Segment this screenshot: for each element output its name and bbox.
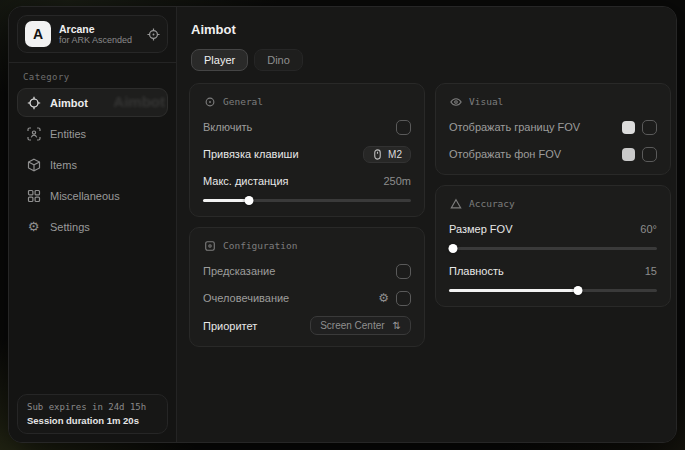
sidebar: A Arcane for ARK Ascended Category — [9, 7, 177, 442]
brand-subtitle: for ARK Ascended — [59, 35, 139, 45]
tab-dino[interactable]: Dino — [254, 49, 303, 71]
keybind-row: Привязка клавиши M2 — [203, 145, 411, 163]
distance-value: 250m — [383, 175, 411, 187]
humanize-label: Очеловечивание — [203, 292, 289, 304]
grid-icon — [26, 188, 41, 203]
target-icon[interactable] — [147, 28, 160, 41]
fov-size-row: Размер FOV 60° — [449, 220, 657, 238]
keybind-label: Привязка клавиши — [203, 148, 299, 160]
mouse-icon — [372, 149, 383, 160]
accuracy-triangle-icon — [449, 197, 462, 210]
section-title-general: General — [223, 96, 263, 107]
smoothness-row: Плавность 15 — [449, 262, 657, 280]
package-icon — [26, 157, 41, 172]
main-panel: Aimbot Player Dino General — [177, 7, 677, 442]
humanize-settings-gear-icon[interactable]: ⚙ — [378, 292, 389, 304]
cheat-menu-window: A Arcane for ARK Ascended Category — [8, 6, 677, 443]
distance-label: Макс. дистанция — [203, 175, 289, 187]
fov-border-checkbox[interactable] — [642, 120, 657, 135]
sidebar-item-label: Settings — [50, 221, 90, 233]
aimbot-watermark: Aimbot — [113, 93, 165, 110]
fov-bg-row: Отображать фон FOV — [449, 145, 657, 163]
fov-border-label: Отображать границу FOV — [449, 121, 580, 133]
priority-label: Приоритет — [203, 320, 257, 332]
priority-value: Screen Center — [320, 320, 384, 331]
category-nav: Aimbot Aimbot Entities Items — [17, 88, 168, 241]
fov-bg-label: Отображать фон FOV — [449, 148, 561, 160]
accuracy-card: Accuracy Размер FOV 60° Плавность 15 — [435, 185, 671, 307]
left-column: General Включить Привязка клавиши — [189, 83, 425, 347]
sidebar-item-label: Items — [50, 159, 77, 171]
sidebar-item-items[interactable]: Items — [17, 150, 168, 179]
settings-grid: General Включить Привязка клавиши — [189, 83, 671, 347]
visual-eye-icon — [449, 95, 462, 108]
select-arrows-icon: ⇅ — [393, 320, 401, 331]
sidebar-item-entities[interactable]: Entities — [17, 119, 168, 148]
priority-row: Приоритет Screen Center ⇅ — [203, 316, 411, 335]
sidebar-item-settings[interactable]: ⚙ Settings — [17, 212, 168, 241]
slider-thumb[interactable] — [573, 286, 582, 295]
target-tabs: Player Dino — [191, 49, 671, 71]
section-title-configuration: Configuration — [223, 240, 297, 251]
smoothness-value: 15 — [645, 265, 657, 277]
tab-player[interactable]: Player — [191, 49, 248, 71]
humanize-checkbox[interactable] — [396, 291, 411, 306]
distance-row: Макс. дистанция 250m — [203, 172, 411, 190]
prediction-checkbox[interactable] — [396, 264, 411, 279]
category-label: Category — [23, 72, 162, 82]
right-column: Visual Отображать границу FOV Отображать… — [435, 83, 671, 307]
enable-row: Включить — [203, 118, 411, 136]
brand-logo: A — [25, 21, 51, 47]
enable-checkbox[interactable] — [396, 120, 411, 135]
sidebar-item-aimbot[interactable]: Aimbot Aimbot — [17, 88, 168, 117]
sidebar-divider — [9, 62, 176, 63]
general-card: General Включить Привязка клавиши — [189, 83, 425, 217]
distance-slider[interactable] — [203, 196, 411, 205]
subscription-info-card: Sub expires in 24d 15h Session duration … — [17, 394, 168, 434]
sub-expires-text: Sub expires in 24d 15h — [27, 402, 158, 412]
keybind-button[interactable]: M2 — [363, 146, 411, 163]
fov-border-color-swatch[interactable] — [622, 121, 635, 134]
general-target-icon — [203, 95, 216, 108]
fov-size-label: Размер FOV — [449, 223, 512, 235]
keybind-value: M2 — [388, 149, 402, 160]
crosshair-icon — [26, 95, 41, 110]
sidebar-item-label: Miscellaneous — [50, 190, 120, 202]
fov-border-row: Отображать границу FOV — [449, 118, 657, 136]
section-title-accuracy: Accuracy — [469, 198, 515, 209]
sidebar-item-label: Aimbot — [50, 97, 88, 109]
fov-bg-checkbox[interactable] — [642, 147, 657, 162]
gear-icon: ⚙ — [26, 219, 41, 234]
smoothness-label: Плавность — [449, 265, 504, 277]
fov-size-value: 60° — [640, 223, 657, 235]
sidebar-item-miscellaneous[interactable]: Miscellaneous — [17, 181, 168, 210]
configuration-card: Configuration Предсказание Очеловечивани… — [189, 227, 425, 347]
session-duration-text: Session duration 1m 20s — [27, 415, 158, 426]
brand-card: A Arcane for ARK Ascended — [17, 15, 168, 53]
scan-person-icon — [26, 126, 41, 141]
smoothness-slider[interactable] — [449, 286, 657, 295]
humanize-row: Очеловечивание ⚙ — [203, 289, 411, 307]
page-title: Aimbot — [191, 22, 671, 37]
prediction-row: Предсказание — [203, 262, 411, 280]
visual-card: Visual Отображать границу FOV Отображать… — [435, 83, 671, 175]
section-title-visual: Visual — [469, 96, 503, 107]
slider-thumb[interactable] — [244, 196, 253, 205]
slider-thumb[interactable] — [449, 244, 458, 253]
enable-label: Включить — [203, 121, 252, 133]
priority-dropdown[interactable]: Screen Center ⇅ — [310, 316, 411, 335]
sidebar-item-label: Entities — [50, 128, 86, 140]
fov-bg-color-swatch[interactable] — [622, 148, 635, 161]
brand-title: Arcane — [59, 23, 139, 35]
prediction-label: Предсказание — [203, 265, 275, 277]
configuration-icon — [203, 239, 216, 252]
fov-size-slider[interactable] — [449, 244, 657, 253]
